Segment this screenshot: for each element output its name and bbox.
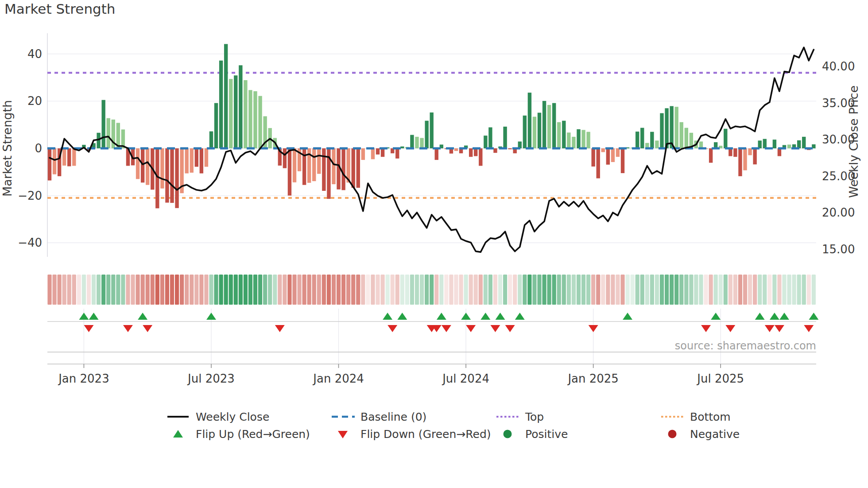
panel-borders [47,352,816,364]
circle-darkred-swatch [661,428,685,440]
heatmap-cell [464,275,468,305]
heatmap-cell [337,275,341,305]
heatmap-cell [322,275,326,305]
heatmap-cell [606,275,610,305]
chart-legend: Weekly CloseBaseline (0)TopBottomFlip Up… [0,409,868,449]
left-axis-tick-label: 0 [35,142,42,155]
axis-ticks: 40200−20−4040.0035.0030.0025.0020.0015.0… [18,47,855,385]
strength-bar [680,122,683,148]
heatmap-cell [82,275,86,305]
heatmap-cell [106,275,110,305]
dot-orange-icon [661,411,685,422]
flip-up-marker [711,313,721,320]
heatmap-cell [498,275,502,305]
strength-bar [670,106,673,148]
strength-bar [302,148,306,185]
heatmap-cell [341,275,345,305]
heatmap-cell [72,275,76,305]
heatmap-cell [812,275,816,305]
heatmap-cell [346,275,350,305]
strength-bar [244,80,247,148]
strength-bar [567,132,570,148]
heatmap-cell [190,275,194,305]
heatmap-cell [395,275,399,305]
strength-bar [802,137,806,148]
right-axis-tick-label: 15.00 [822,243,855,256]
heatmap-cell [577,275,581,305]
heatmap-cell [204,275,208,305]
strength-bar [420,138,423,148]
flip-down-marker [765,325,775,332]
strength-bar [107,118,110,148]
strength-bar [322,148,326,191]
heatmap-cell [655,275,659,305]
flip-up-marker [770,313,779,320]
tri-up-green-swatch [167,428,190,440]
heatmap-cell [332,275,336,305]
flip-up-marker [383,313,392,320]
legend-label: Baseline (0) [360,411,426,423]
flip-down-marker [804,325,814,332]
strength-bar [175,148,178,208]
heatmap-cell [792,275,796,305]
strength-bar [533,117,536,148]
heatmap-cell [709,275,713,305]
heatmap-cell [567,275,571,305]
heatmap-cell [670,275,674,305]
heatmap-cell [366,275,370,305]
strength-bar [724,129,727,148]
strength-bar [508,148,512,149]
strength-bar [101,100,105,148]
heatmap-cell [772,275,776,305]
dot-purple-icon [496,411,520,422]
heatmap-cell [376,275,380,305]
heatmap-cell [777,275,781,305]
heatmap-cell [155,275,159,305]
heatmap-cell [640,275,644,305]
strength-bar [597,148,600,178]
heatmap-cell [601,275,605,305]
heatmap-cell [263,275,267,305]
strength-bar [773,139,776,148]
heatmap-cell [738,275,742,305]
flip-down-marker [275,325,285,332]
heatmap-cell [292,275,296,305]
heatmap-cell [493,275,497,305]
strength-bar [650,132,654,148]
strength-bar [293,148,296,182]
source-text: source: sharemaestro.com [675,340,816,352]
flip-up-marker [480,313,490,320]
heatmap-cell [547,275,551,305]
strength-bar [160,148,164,189]
flip-down-marker [143,325,152,332]
heatmap-cell [287,275,291,305]
heatmap-cell [297,275,301,305]
heatmap-cell [185,275,189,305]
flip-up-marker [623,313,632,320]
heatmap-cell [454,275,458,305]
heatmap-cell [797,275,801,305]
strength-bar [327,148,330,199]
heatmap-cell [278,275,282,305]
x-axis-tick-label: Jan 2025 [567,372,619,385]
heatmap-cell [165,275,169,305]
strength-bar [709,148,713,163]
heatmap-cell [586,275,590,305]
heatmap-cell [356,275,360,305]
heatmap-cell [767,275,771,305]
heatmap-cell [62,275,66,305]
flip-marker-panel [47,309,818,364]
legend-item-circle-darkred: Negative [661,426,740,442]
tri-down-red-swatch [331,428,355,440]
flip-down-marker [388,325,397,332]
heatmap-cell [728,275,732,305]
heatmap-cell [674,275,678,305]
heatmap-cell [170,275,174,305]
heatmap-cell [258,275,262,305]
heatmap-cell [317,275,321,305]
strength-bar [753,148,756,164]
heatmap-cell [743,275,747,305]
heatmap-cell [763,275,767,305]
strength-bar [239,65,242,148]
strength-bar [53,148,56,174]
